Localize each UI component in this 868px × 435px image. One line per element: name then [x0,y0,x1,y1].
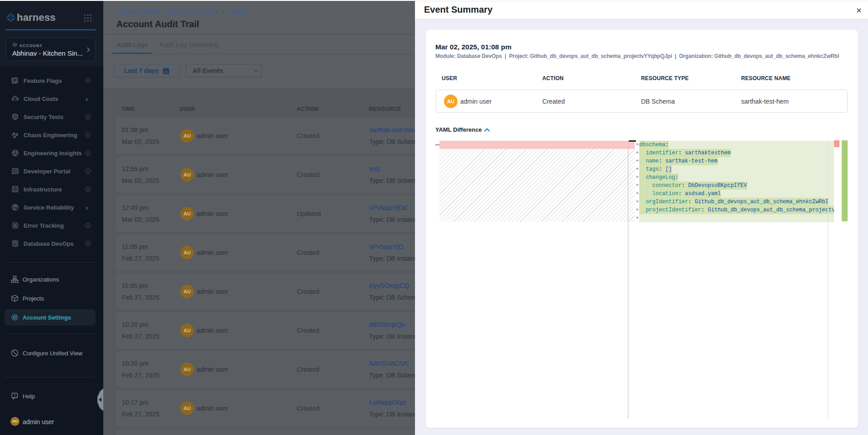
svg-text:∞: ∞ [14,243,16,246]
svg-text:?: ? [14,393,16,397]
